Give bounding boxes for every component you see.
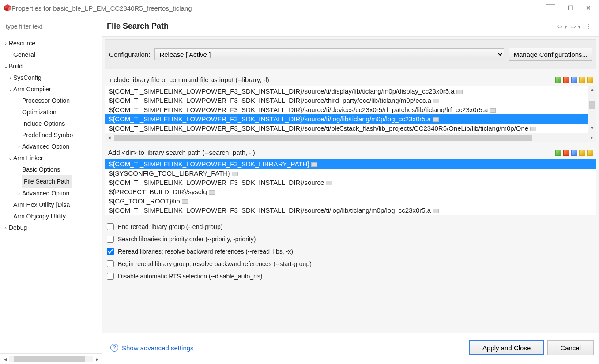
move-down-icon[interactable]: [587, 77, 593, 83]
tree-item[interactable]: ⌄Arm Linker: [1, 152, 102, 164]
delete-icon[interactable]: [563, 77, 569, 83]
searchpath-listbox[interactable]: ${COM_TI_SIMPLELINK_LOWPOWER_F3_SDK_LIBR…: [105, 159, 596, 215]
nav-back-icon[interactable]: ⇦: [557, 23, 562, 30]
library-files-section: Include library file or command file as …: [105, 73, 596, 142]
priority-input[interactable]: [107, 236, 114, 243]
tree-item[interactable]: ⌄Build: [1, 60, 102, 72]
move-up-icon[interactable]: [579, 77, 585, 83]
list-item[interactable]: ${COM_TI_SIMPLELINK_LOWPOWER_F3_SDK_INST…: [105, 114, 596, 124]
titlebar: Properties for basic_ble_LP_EM_CC2340R5_…: [0, 0, 599, 16]
tree-item[interactable]: ›Advanced Option: [1, 188, 102, 199]
list-item[interactable]: ${COM_TI_SIMPLELINK_LOWPOWER_F3_SDK_INST…: [105, 105, 596, 114]
library-vscrollbar[interactable]: ▴ ▾: [588, 86, 596, 133]
close-button[interactable]: ✕: [586, 4, 591, 11]
help-icon[interactable]: ?: [110, 344, 118, 352]
nav-back-dropdown-icon[interactable]: ▾: [564, 23, 567, 30]
chevron-right-icon[interactable]: ›: [16, 188, 22, 199]
library-listbox[interactable]: ${COM_TI_SIMPLELINK_LOWPOWER_F3_SDK_INST…: [105, 86, 596, 133]
chevron-right-icon[interactable]: ›: [16, 141, 22, 152]
scroll-left-icon[interactable]: ◂: [2, 356, 8, 363]
end-group-input[interactable]: [107, 223, 114, 230]
chevron-right-icon[interactable]: ›: [3, 38, 9, 49]
tree-item[interactable]: ›General: [1, 49, 102, 60]
disable-rts-checkbox[interactable]: Disable automatic RTS selection (--disab…: [105, 270, 596, 282]
reread-input[interactable]: [107, 248, 114, 255]
cancel-button[interactable]: Cancel: [547, 340, 594, 355]
manage-configurations-button[interactable]: Manage Configurations...: [509, 48, 592, 61]
edit-icon[interactable]: [571, 150, 577, 156]
tree-item-label: Optimization: [22, 106, 57, 118]
tree-item[interactable]: ›File Search Path: [1, 175, 102, 188]
list-item[interactable]: ${CG_TOOL_ROOT}/lib: [105, 196, 596, 206]
nav-tree[interactable]: ›Resource›General⌄Build›SysConfig⌄Arm Co…: [0, 37, 102, 353]
configuration-select[interactable]: Release [ Active ]: [154, 48, 504, 60]
list-item[interactable]: ${PROJECT_BUILD_DIR}/syscfg: [105, 187, 596, 196]
tree-item[interactable]: ›Resource: [1, 38, 102, 49]
tree-item-label: Debug: [9, 222, 27, 233]
list-item[interactable]: ${COM_TI_SIMPLELINK_LOWPOWER_F3_SDK_LIBR…: [105, 159, 596, 169]
list-item[interactable]: ${COM_TI_SIMPLELINK_LOWPOWER_F3_SDK_INST…: [105, 96, 596, 105]
variable-badge-icon: [490, 108, 496, 113]
scroll-up-icon[interactable]: ▴: [588, 86, 596, 94]
list-item[interactable]: ${COM_TI_SIMPLELINK_LOWPOWER_F3_SDK_INST…: [105, 124, 596, 133]
maximize-button[interactable]: ☐: [568, 4, 573, 11]
reread-checkbox[interactable]: Reread libraries; resolve backward refer…: [105, 245, 596, 258]
scroll-down-icon[interactable]: ▾: [588, 125, 596, 133]
tree-item[interactable]: ⌄Arm Compiler: [1, 83, 102, 95]
chevron-down-icon[interactable]: ⌄: [7, 152, 13, 164]
library-hscrollbar[interactable]: ◂ ▸: [105, 133, 596, 142]
list-item[interactable]: ${COM_TI_SIMPLELINK_LOWPOWER_F3_SDK_INST…: [105, 178, 596, 187]
nav-forward-dropdown-icon[interactable]: ▾: [578, 23, 581, 30]
tree-item[interactable]: ›SysConfig: [1, 72, 102, 83]
chevron-right-icon[interactable]: ›: [3, 222, 9, 233]
scroll-left-icon[interactable]: ◂: [105, 135, 113, 140]
list-item[interactable]: ${COM_TI_SIMPLELINK_LOWPOWER_F3_SDK_INST…: [105, 206, 596, 215]
tree-item[interactable]: ›Arm Hex Utility [Disa: [1, 199, 102, 210]
add-icon[interactable]: [555, 150, 561, 156]
tree-item-label: Arm Linker: [13, 152, 43, 164]
nav-forward-icon[interactable]: ⇨: [571, 23, 576, 30]
start-group-input[interactable]: [107, 260, 114, 267]
variable-badge-icon: [433, 99, 439, 103]
move-down-icon[interactable]: [587, 150, 593, 156]
end-group-checkbox[interactable]: End reread library group (--end-group): [105, 221, 596, 233]
minimize-button[interactable]: —: [546, 3, 555, 10]
add-icon[interactable]: [555, 77, 561, 83]
configuration-bar: Configuration: Release [ Active ] Manage…: [105, 39, 596, 69]
tree-item[interactable]: ›Arm Objcopy Utility: [1, 210, 102, 222]
window-controls: — ☐ ✕: [546, 4, 591, 11]
scroll-right-icon[interactable]: ▸: [94, 356, 100, 363]
list-item[interactable]: ${SYSCONFIG_TOOL_LIBRARY_PATH}: [105, 169, 596, 178]
tree-item[interactable]: ›Debug: [1, 222, 102, 233]
start-group-checkbox[interactable]: Begin reread library group; resolve back…: [105, 258, 596, 270]
tree-item[interactable]: ›Processor Option: [1, 95, 102, 106]
variable-badge-icon: [456, 90, 463, 94]
tree-item-label: Arm Hex Utility [Disa: [13, 199, 70, 210]
tree-item-label: Include Options: [22, 118, 65, 129]
chevron-right-icon[interactable]: ›: [7, 72, 13, 83]
edit-icon[interactable]: [571, 77, 577, 83]
priority-checkbox[interactable]: Search libraries in priority order (--pr…: [105, 233, 596, 245]
tree-item[interactable]: ›Advanced Option: [1, 141, 102, 152]
nav-menu-icon[interactable]: ⋮: [585, 23, 592, 30]
apply-and-close-button[interactable]: Apply and Close: [469, 340, 544, 355]
delete-icon[interactable]: [563, 150, 569, 156]
disable-rts-input[interactable]: [107, 273, 114, 280]
tree-item-label: Resource: [9, 38, 35, 49]
window-title: Properties for basic_ble_LP_EM_CC2340R5_…: [11, 4, 546, 12]
scroll-right-icon[interactable]: ▸: [588, 135, 596, 140]
tree-item-label: SysConfig: [13, 72, 41, 83]
list-item[interactable]: ${COM_TI_SIMPLELINK_LOWPOWER_F3_SDK_INST…: [105, 86, 596, 96]
tree-item[interactable]: ›Predefined Symbo: [1, 129, 102, 141]
show-advanced-link[interactable]: Show advanced settings: [122, 344, 194, 352]
tree-item[interactable]: ›Include Options: [1, 118, 102, 129]
chevron-down-icon[interactable]: ⌄: [3, 60, 9, 72]
tree-item[interactable]: ›Optimization: [1, 106, 102, 118]
filter-input[interactable]: [3, 20, 99, 33]
move-up-icon[interactable]: [579, 150, 585, 156]
tree-item[interactable]: ›Basic Options: [1, 164, 102, 175]
sidebar-hscrollbar[interactable]: ◂ ▸: [0, 353, 102, 364]
chevron-down-icon[interactable]: ⌄: [7, 83, 13, 95]
tree-item-label: Advanced Option: [22, 141, 69, 152]
variable-badge-icon: [209, 190, 215, 195]
